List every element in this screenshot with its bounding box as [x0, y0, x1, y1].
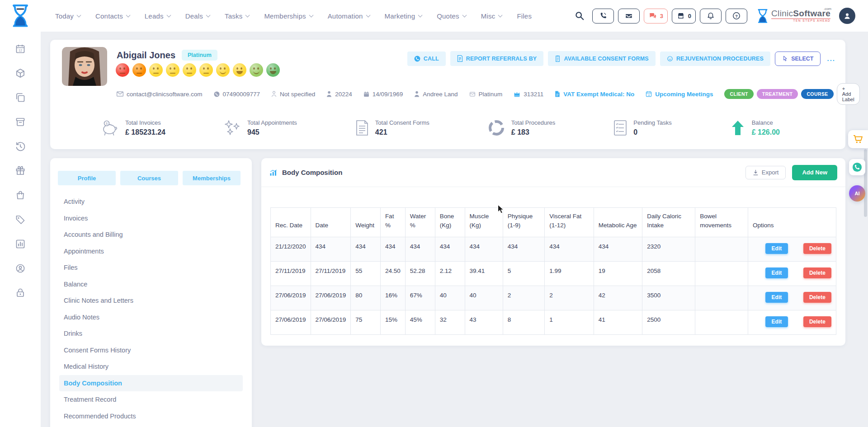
- sidebar-item-audio-notes[interactable]: Audio Notes: [59, 309, 243, 326]
- delete-button[interactable]: Delete: [803, 316, 831, 327]
- ai-assistant-widget[interactable]: AI: [849, 185, 865, 202]
- sidebar-item-body-composition[interactable]: Body Composition: [59, 375, 243, 392]
- tab-profile[interactable]: Profile: [58, 171, 116, 185]
- sidebar-item-invoices[interactable]: Invoices: [59, 210, 243, 227]
- delete-button[interactable]: Delete: [803, 292, 831, 303]
- nav-misc[interactable]: Misc: [481, 12, 502, 20]
- delete-button[interactable]: Delete: [803, 243, 831, 254]
- mood-emoji-3[interactable]: [149, 63, 163, 77]
- sidebar-item-recommended-products[interactable]: Recommended Products: [59, 408, 243, 425]
- nav-marketing[interactable]: Marketing: [385, 12, 422, 20]
- price-tag-icon[interactable]: [15, 214, 26, 225]
- edit-button[interactable]: Edit: [765, 243, 788, 254]
- mood-emoji-2[interactable]: [132, 63, 146, 77]
- loyalty-item[interactable]: 313211: [514, 91, 543, 98]
- label-client[interactable]: CLIENT: [724, 89, 753, 99]
- help-button[interactable]: ?: [726, 9, 747, 23]
- sidebar-item-files[interactable]: Files: [59, 259, 243, 276]
- sidebar-item-clinic-notes[interactable]: Clinic Notes and Letters: [59, 292, 243, 309]
- nav-deals[interactable]: Deals: [185, 12, 210, 20]
- nav-memberships[interactable]: Memberships: [264, 12, 312, 20]
- nav-files[interactable]: Files: [517, 12, 532, 20]
- more-actions-button[interactable]: ...: [827, 55, 835, 62]
- lock-icon[interactable]: [15, 287, 26, 298]
- consent-forms-button[interactable]: AVAILABLE CONSENT FORMS: [548, 51, 655, 66]
- edit-button[interactable]: Edit: [765, 292, 788, 303]
- calendar-icon[interactable]: 12: [15, 43, 26, 54]
- col-date: Date: [311, 208, 351, 237]
- brand-logo[interactable]: ClinicSoftware .com TEN STEPS AHEAD: [757, 9, 830, 23]
- notifications-button[interactable]: [700, 9, 722, 23]
- bar-chart-icon[interactable]: [15, 239, 26, 249]
- nav-automation[interactable]: Automation: [328, 12, 370, 20]
- edit-button[interactable]: Edit: [765, 316, 788, 327]
- client-id-item[interactable]: 20224: [326, 91, 352, 98]
- inbox-button[interactable]: [618, 9, 640, 23]
- search-icon[interactable]: [575, 11, 585, 21]
- address-item[interactable]: Andree Land: [414, 91, 458, 98]
- app-logo[interactable]: [0, 4, 41, 28]
- mood-emoji-6[interactable]: [199, 63, 213, 77]
- copy-icon[interactable]: [15, 92, 26, 103]
- support-icon[interactable]: [15, 263, 26, 274]
- inbox-icon: [624, 12, 633, 20]
- store-button[interactable]: 0: [672, 9, 696, 23]
- stat-balance: Balance£ 126.00: [730, 119, 780, 136]
- nav-contacts[interactable]: Contacts: [95, 12, 130, 20]
- sidebar-item-treatment-record[interactable]: Treatment Record: [59, 391, 243, 408]
- upcoming-meetings-link[interactable]: 12 Upcoming Meetings: [646, 91, 713, 98]
- membership-item[interactable]: Platinum: [469, 91, 503, 98]
- add-label-button[interactable]: + Add Label: [837, 83, 860, 105]
- sidebar-item-consent-forms-history[interactable]: Consent Forms History: [59, 342, 243, 359]
- nav-tasks[interactable]: Tasks: [225, 12, 249, 20]
- mood-emoji-4[interactable]: [166, 63, 179, 77]
- vat-status-item[interactable]: VAT Exempt Medical: No: [555, 91, 634, 98]
- add-new-button[interactable]: Add New: [792, 165, 837, 180]
- sidebar-item-medical-history[interactable]: Medical History: [59, 358, 243, 375]
- mood-emoji-7[interactable]: [216, 63, 230, 77]
- mood-emoji-9[interactable]: [250, 63, 263, 77]
- tab-courses[interactable]: Courses: [120, 171, 178, 185]
- sidebar-item-accounts-billing[interactable]: Accounts and Billing: [59, 226, 243, 243]
- report-referrals-button[interactable]: REPORT REFERRALS BY: [450, 51, 544, 66]
- sidebar-item-drinks[interactable]: Drinks: [59, 325, 243, 342]
- package-icon[interactable]: [15, 68, 26, 79]
- gender-item[interactable]: Not specified: [271, 91, 315, 98]
- birthdate-item[interactable]: 14/09/1969: [363, 91, 403, 98]
- call-button[interactable]: CALL: [407, 52, 446, 66]
- label-course[interactable]: COURSE: [801, 89, 833, 99]
- phone-item[interactable]: 07490009777: [214, 91, 260, 98]
- delete-button[interactable]: Delete: [803, 267, 831, 278]
- table-row: 21/12/2020434 434434 434434 434434 43443…: [271, 237, 836, 261]
- mood-emoji-8[interactable]: [233, 63, 246, 77]
- user-avatar[interactable]: [839, 8, 855, 24]
- sidebar-item-balance[interactable]: Balance: [59, 276, 243, 293]
- body-composition-panel: Body Composition Export Add New Rec. Dat…: [261, 158, 845, 346]
- scrollbar-thumb[interactable]: [864, 149, 867, 217]
- cart-widget[interactable]: [848, 130, 868, 148]
- nav-today[interactable]: Today: [55, 12, 80, 20]
- select-button[interactable]: SELECT: [775, 52, 821, 66]
- tab-memberships[interactable]: Memberships: [183, 171, 241, 185]
- rejuvenation-button[interactable]: REJUVENATION PROCEDURES: [660, 52, 770, 66]
- gift-icon[interactable]: [15, 165, 26, 176]
- export-button[interactable]: Export: [745, 166, 786, 179]
- edit-button[interactable]: Edit: [765, 267, 788, 278]
- dialer-button[interactable]: [592, 9, 614, 23]
- nav-quotes[interactable]: Quotes: [437, 12, 466, 20]
- history-icon[interactable]: [15, 141, 26, 152]
- sidebar-item-activity[interactable]: Activity: [59, 193, 243, 210]
- mood-emoji-10[interactable]: [266, 63, 280, 77]
- shopping-bag-icon[interactable]: [15, 190, 26, 201]
- email-item[interactable]: contact@clinicsoftware.com: [117, 91, 203, 98]
- nav-leads[interactable]: Leads: [145, 12, 170, 20]
- archive-box-icon[interactable]: [15, 117, 26, 127]
- sidebar-item-appointments[interactable]: Appointments: [59, 243, 243, 260]
- profile-menu: Activity Invoices Accounts and Billing A…: [50, 193, 252, 424]
- label-treatment[interactable]: TREATMENT: [757, 89, 798, 99]
- mood-emoji-1[interactable]: [116, 63, 129, 77]
- mood-emoji-5[interactable]: [183, 63, 196, 77]
- whatsapp-widget[interactable]: [849, 159, 865, 175]
- client-meta-row: contact@clinicsoftware.com 07490009777 N…: [117, 83, 836, 105]
- chat-button[interactable]: 3: [644, 9, 668, 23]
